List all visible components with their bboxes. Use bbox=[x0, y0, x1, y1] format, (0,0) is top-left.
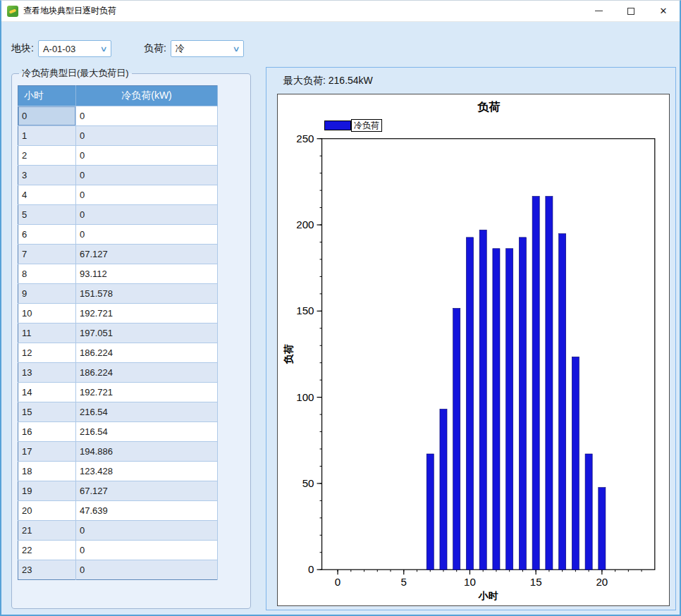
table-row: 220 bbox=[18, 541, 218, 560]
table-row: 13186.224 bbox=[18, 363, 218, 383]
load-cell[interactable]: 67.127 bbox=[76, 245, 218, 264]
table-row: 12186.224 bbox=[18, 343, 218, 363]
x-tick-label: 10 bbox=[464, 576, 476, 588]
column-header-1: 冷负荷(kW) bbox=[76, 86, 218, 106]
hour-cell[interactable]: 11 bbox=[18, 324, 76, 343]
table-row: 17194.886 bbox=[18, 442, 218, 462]
table-row: 9151.578 bbox=[18, 284, 218, 304]
x-tick-label: 5 bbox=[401, 576, 407, 588]
hour-cell[interactable]: 0 bbox=[18, 106, 76, 126]
load-cell[interactable]: 192.721 bbox=[76, 304, 218, 324]
hour-cell[interactable]: 10 bbox=[18, 304, 76, 324]
load-cell[interactable]: 0 bbox=[76, 560, 218, 580]
load-cell[interactable]: 197.051 bbox=[76, 324, 218, 343]
hour-cell[interactable]: 19 bbox=[18, 481, 76, 501]
load-cell[interactable]: 0 bbox=[76, 541, 218, 560]
hour-cell[interactable]: 8 bbox=[18, 264, 76, 284]
load-cell[interactable]: 67.127 bbox=[76, 481, 218, 501]
table-row: 15216.54 bbox=[18, 402, 218, 422]
hour-cell[interactable]: 14 bbox=[18, 383, 76, 402]
load-cell[interactable]: 0 bbox=[76, 106, 218, 126]
minimize-button[interactable] bbox=[582, 1, 615, 21]
table-row: 30 bbox=[18, 166, 218, 185]
plot-combobox[interactable]: A-01-03 ∨ bbox=[38, 40, 111, 57]
bar bbox=[532, 197, 539, 570]
bar bbox=[506, 249, 513, 569]
load-table: 小时冷负荷(kW) 00102030405060767.127893.11291… bbox=[18, 85, 218, 580]
chart-panel: 最大负荷: 216.54kW 负荷 冷负荷 050100150200250051… bbox=[266, 67, 676, 610]
load-cell[interactable]: 216.54 bbox=[76, 402, 218, 422]
groupbox-title: 冷负荷典型日(最大负荷日) bbox=[19, 67, 132, 80]
hour-cell[interactable]: 5 bbox=[18, 205, 76, 225]
maximize-icon bbox=[627, 8, 634, 15]
load-cell[interactable]: 47.639 bbox=[76, 501, 218, 521]
x-tick-label: 0 bbox=[335, 576, 340, 588]
load-cell[interactable]: 0 bbox=[76, 146, 218, 166]
table-row: 11197.051 bbox=[18, 324, 218, 343]
hour-cell[interactable]: 9 bbox=[18, 284, 76, 304]
load-cell[interactable]: 216.54 bbox=[76, 422, 218, 442]
load-cell[interactable]: 0 bbox=[76, 126, 218, 146]
hour-cell[interactable]: 23 bbox=[18, 560, 76, 580]
close-button[interactable]: ✕ bbox=[647, 1, 680, 21]
load-combobox[interactable]: 冷 ∨ bbox=[171, 40, 244, 57]
hour-cell[interactable]: 18 bbox=[18, 462, 76, 481]
y-tick-label: 0 bbox=[308, 563, 314, 575]
load-cell[interactable]: 93.112 bbox=[76, 264, 218, 284]
table-row: 1967.127 bbox=[18, 481, 218, 501]
load-cell[interactable]: 0 bbox=[76, 521, 218, 541]
hour-cell[interactable]: 15 bbox=[18, 402, 76, 422]
load-cell[interactable]: 0 bbox=[76, 225, 218, 245]
hour-cell[interactable]: 16 bbox=[18, 422, 76, 442]
table-header-row: 小时冷负荷(kW) bbox=[18, 86, 218, 106]
bar bbox=[440, 409, 447, 569]
table-row: 00 bbox=[18, 106, 218, 126]
x-tick-label: 20 bbox=[596, 576, 608, 588]
main-area: 冷负荷典型日(最大负荷日) 小时冷负荷(kW) 0010203040506076… bbox=[1, 67, 680, 615]
bar bbox=[546, 197, 553, 570]
hour-cell[interactable]: 7 bbox=[18, 245, 76, 264]
table-row: 10192.721 bbox=[18, 304, 218, 324]
x-tick-label: 15 bbox=[530, 576, 542, 588]
hour-cell[interactable]: 22 bbox=[18, 541, 76, 560]
hour-cell[interactable]: 3 bbox=[18, 166, 76, 185]
filter-toolbar: 地块: A-01-03 ∨ 负荷: 冷 ∨ bbox=[1, 22, 680, 67]
hour-cell[interactable]: 1 bbox=[18, 126, 76, 146]
load-cell[interactable]: 123.428 bbox=[76, 462, 218, 481]
hour-cell[interactable]: 4 bbox=[18, 185, 76, 205]
load-cell[interactable]: 0 bbox=[76, 166, 218, 185]
app-icon bbox=[7, 6, 18, 17]
table-row: 60 bbox=[18, 225, 218, 245]
hour-cell[interactable]: 17 bbox=[18, 442, 76, 462]
bar bbox=[493, 249, 500, 569]
x-axis-label: 小时 bbox=[478, 590, 498, 601]
load-cell[interactable]: 0 bbox=[76, 185, 218, 205]
load-cell[interactable]: 192.721 bbox=[76, 383, 218, 402]
table-row: 893.112 bbox=[18, 264, 218, 284]
chevron-down-icon: ∨ bbox=[99, 44, 107, 54]
y-axis-label: 负荷 bbox=[283, 344, 294, 365]
load-cell[interactable]: 186.224 bbox=[76, 343, 218, 363]
load-bar-chart: 05010015020025005101520小时负荷 bbox=[278, 94, 669, 605]
table-row: 10 bbox=[18, 126, 218, 146]
hour-cell[interactable]: 6 bbox=[18, 225, 76, 245]
load-cell[interactable]: 0 bbox=[76, 205, 218, 225]
y-tick-label: 150 bbox=[296, 304, 314, 316]
hour-cell[interactable]: 20 bbox=[18, 501, 76, 521]
hour-cell[interactable]: 21 bbox=[18, 521, 76, 541]
maximize-button[interactable] bbox=[615, 1, 647, 21]
load-cell[interactable]: 151.578 bbox=[76, 284, 218, 304]
load-cell[interactable]: 194.886 bbox=[76, 442, 218, 462]
plot-label: 地块: bbox=[11, 42, 34, 55]
y-tick-label: 200 bbox=[296, 218, 314, 230]
hour-cell[interactable]: 13 bbox=[18, 363, 76, 383]
plot-combobox-value: A-01-03 bbox=[43, 44, 75, 54]
window-controls: ✕ bbox=[582, 1, 680, 21]
table-row: 18123.428 bbox=[18, 462, 218, 481]
hour-cell[interactable]: 12 bbox=[18, 343, 76, 363]
load-cell[interactable]: 186.224 bbox=[76, 363, 218, 383]
window-title: 查看地块典型日逐时负荷 bbox=[23, 5, 116, 17]
hour-cell[interactable]: 2 bbox=[18, 146, 76, 166]
bar bbox=[519, 238, 526, 569]
bar bbox=[427, 454, 434, 569]
